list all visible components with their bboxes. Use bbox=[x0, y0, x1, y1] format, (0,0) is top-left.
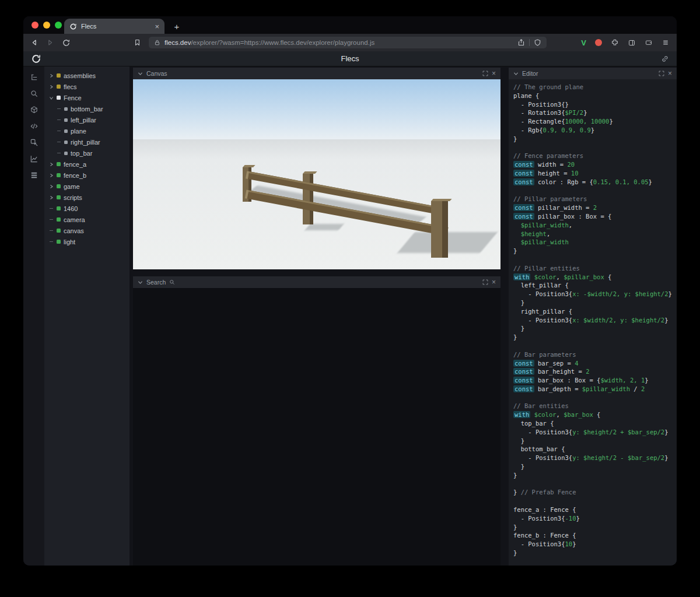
tree-item-game[interactable]: game bbox=[44, 181, 130, 192]
code-line: - Position3{-10} bbox=[513, 514, 677, 523]
share-icon[interactable] bbox=[517, 38, 525, 47]
bookmark-icon[interactable] bbox=[134, 38, 141, 47]
extension-area: V bbox=[581, 38, 670, 47]
editor-column: Editor × // The ground planeplane { - Po… bbox=[509, 66, 677, 566]
sidebar-icon[interactable] bbox=[628, 39, 636, 47]
close-tab-icon[interactable]: × bbox=[155, 23, 159, 30]
back-icon[interactable] bbox=[30, 38, 38, 47]
code-line: } bbox=[513, 437, 677, 445]
code-line: const bar_height = 2 bbox=[513, 367, 677, 376]
wallet-icon[interactable] bbox=[645, 39, 653, 46]
tree-item-bottom_bar[interactable]: bottom_bar bbox=[44, 103, 130, 114]
code-line: const bar_depth = $pillar_width / 2 bbox=[513, 385, 677, 394]
tree-item-scripts[interactable]: scripts bbox=[44, 192, 130, 203]
tree-item-left_pillar[interactable]: left_pillar bbox=[44, 114, 130, 125]
close-icon[interactable]: × bbox=[492, 279, 496, 286]
code-line: - Position3{y: $height/2 + $bar_sep/2} bbox=[513, 428, 677, 437]
code-line: const color : Rgb = {0.15, 0.1, 0.05} bbox=[513, 178, 677, 187]
browser-toolbar: flecs.dev/explorer/?wasm=https://www.fle… bbox=[23, 34, 677, 51]
code-line bbox=[513, 480, 677, 489]
tree-item-label: fence_b bbox=[64, 172, 86, 179]
code-line: const pillar_box : Box = { bbox=[513, 212, 677, 221]
expand-icon[interactable] bbox=[48, 162, 54, 167]
tree-item-label: camera bbox=[64, 216, 85, 223]
fullscreen-icon[interactable] bbox=[659, 71, 664, 76]
code-line: plane { bbox=[513, 92, 677, 100]
cube-icon[interactable] bbox=[26, 103, 41, 117]
v-extension-icon[interactable]: V bbox=[581, 38, 586, 47]
tree-item-fence_a[interactable]: fence_a bbox=[44, 159, 130, 170]
tree-item-flecs[interactable]: flecs bbox=[44, 81, 130, 92]
new-tab-button[interactable]: + bbox=[169, 19, 184, 34]
chevron-down-icon[interactable] bbox=[513, 72, 519, 76]
code-icon[interactable] bbox=[26, 120, 41, 133]
expand-icon[interactable] bbox=[48, 184, 54, 189]
code-line: const bar_box : Box = {$width, 2, 1} bbox=[513, 376, 677, 385]
chart-icon[interactable] bbox=[26, 152, 41, 166]
3d-viewport[interactable] bbox=[133, 79, 501, 269]
flecs-logo-icon bbox=[31, 54, 41, 64]
tree-item-assemblies[interactable]: assemblies bbox=[44, 70, 130, 81]
zoom-window-button[interactable] bbox=[55, 22, 62, 29]
fullscreen-icon[interactable] bbox=[482, 71, 488, 76]
menu-icon[interactable] bbox=[662, 39, 670, 46]
tree-icon[interactable] bbox=[26, 71, 41, 84]
shield-icon[interactable] bbox=[534, 38, 541, 47]
expand-icon[interactable] bbox=[48, 173, 54, 178]
link-icon[interactable] bbox=[661, 55, 669, 63]
code-line: fence_a : Fence { bbox=[513, 505, 677, 514]
code-line: // Pillar entities bbox=[513, 264, 677, 273]
expand-icon[interactable] bbox=[48, 73, 54, 78]
search-icon[interactable] bbox=[26, 87, 41, 100]
stats-icon[interactable] bbox=[26, 168, 41, 182]
tab-title: Flecs bbox=[81, 23, 150, 30]
code-line: - Position3{10} bbox=[513, 540, 677, 549]
expand-icon[interactable] bbox=[48, 85, 54, 89]
tree-item-1460[interactable]: 1460 bbox=[44, 203, 130, 214]
code-line: - Position3{} bbox=[513, 100, 677, 109]
code-editor[interactable]: // The ground planeplane { - Position3{}… bbox=[509, 79, 677, 566]
code-line: // The ground plane bbox=[513, 83, 677, 92]
record-extension-icon[interactable] bbox=[595, 39, 602, 46]
tree-item-label: top_bar bbox=[71, 150, 92, 157]
browser-tab[interactable]: Flecs × bbox=[64, 19, 164, 34]
tree-item-camera[interactable]: camera bbox=[44, 214, 130, 225]
close-icon[interactable]: × bbox=[668, 70, 672, 77]
tree-item-canvas[interactable]: canvas bbox=[44, 225, 130, 236]
entity-color-square bbox=[57, 229, 61, 233]
close-window-button[interactable] bbox=[32, 22, 38, 29]
tree-item-plane[interactable]: plane bbox=[44, 125, 130, 136]
tab-bar: Flecs × + bbox=[23, 16, 677, 34]
code-line bbox=[513, 497, 677, 505]
tree-item-top_bar[interactable]: top_bar bbox=[44, 148, 130, 159]
expand-icon[interactable] bbox=[48, 195, 54, 200]
forward-icon[interactable] bbox=[46, 38, 54, 47]
tree-item-label: fence_a bbox=[64, 161, 86, 168]
tree-item-label: scripts bbox=[64, 194, 82, 201]
entity-tree-panel: assembliesflecsFencebottom_barleft_pilla… bbox=[44, 66, 130, 566]
tree-item-right_pillar[interactable]: right_pillar bbox=[44, 136, 130, 148]
code-line: - Rotation3{$PI/2} bbox=[513, 108, 677, 117]
code-line: } bbox=[513, 549, 677, 557]
minimize-window-button[interactable] bbox=[43, 22, 50, 29]
extensions-puzzle-icon[interactable] bbox=[611, 38, 619, 47]
address-bar[interactable]: flecs.dev/explorer/?wasm=https://www.fle… bbox=[149, 37, 547, 48]
close-icon[interactable]: × bbox=[492, 70, 496, 77]
tree-connector bbox=[56, 108, 61, 109]
code-line: // Bar parameters bbox=[513, 350, 677, 359]
code-line: const height = 10 bbox=[513, 169, 677, 178]
chevron-down-icon[interactable] bbox=[138, 280, 143, 285]
collapse-icon[interactable] bbox=[48, 96, 54, 100]
fullscreen-icon[interactable] bbox=[482, 279, 488, 285]
tree-item-fence_b[interactable]: fence_b bbox=[44, 170, 130, 181]
tree-item-label: left_pillar bbox=[71, 117, 96, 124]
tree-item-Fence[interactable]: Fence bbox=[44, 92, 130, 103]
code-line: $pillar_width bbox=[513, 238, 677, 247]
toolbar-divider bbox=[529, 39, 530, 46]
code-line: - Position3{y: $height/2 - $bar_sep/2} bbox=[513, 454, 677, 462]
tree-item-light[interactable]: light bbox=[44, 236, 130, 247]
chevron-down-icon[interactable] bbox=[138, 72, 143, 76]
search-panel-content bbox=[133, 288, 501, 566]
inspect-icon[interactable] bbox=[26, 136, 41, 149]
reload-icon[interactable] bbox=[62, 38, 71, 47]
